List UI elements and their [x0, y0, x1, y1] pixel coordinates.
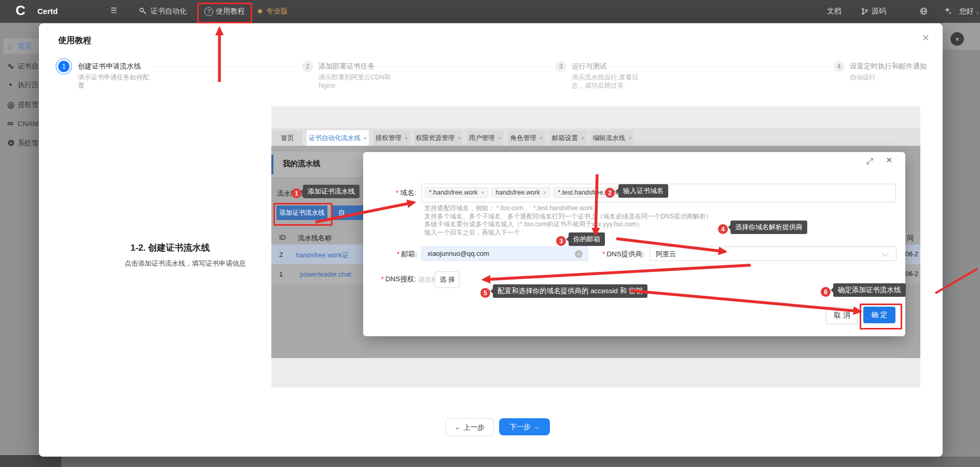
- cell-id: 2: [279, 251, 283, 258]
- shot-tab-roles: 角色管理×: [508, 130, 545, 146]
- tab-close-icon: ×: [364, 135, 367, 141]
- globe-icon: [920, 7, 928, 17]
- nav-item-docs: 文档: [827, 7, 841, 16]
- key-icon: [139, 7, 147, 17]
- clear-input-icon: ×: [575, 250, 583, 258]
- choose-button: 选 择: [435, 271, 460, 288]
- highlight-box-add-button: [273, 203, 333, 226]
- email-label: *邮箱:: [372, 250, 417, 259]
- annotation-badge-4: 4: [718, 224, 728, 234]
- domain-help-text: 支持通配符域名，例如： *.foo.com 、 *.test.handsfree…: [424, 204, 712, 237]
- nav-item-source: 源码: [872, 7, 886, 16]
- time-cell: 06-2: [905, 251, 918, 258]
- tutorial-step-caption: 点击添加证书流水线，填写证书申请信息: [125, 259, 246, 268]
- cancel-button: 取 消: [826, 307, 858, 324]
- annotation-tooltip-5: 配置和选择你的域名提供商的 accessid 和 密钥: [493, 284, 647, 298]
- home-icon: ⌂: [7, 42, 16, 51]
- step-3-number: 3: [555, 61, 567, 72]
- time-col-header: 间: [907, 233, 914, 243]
- user-greeting: 您好，admin: [959, 7, 980, 16]
- pipeline-link: handsfree.work证: [296, 251, 364, 260]
- tutorial-step-heading: 1-2. 创建证书流水线: [118, 242, 222, 254]
- step-2-title: 添加部署证书任务: [319, 62, 375, 71]
- shot-panel-title: 我的流水线: [283, 159, 321, 169]
- annotation-badge-1: 1: [292, 188, 301, 198]
- nav-item-pro: 专业版: [266, 7, 288, 16]
- step-4-desc: 自动运行: [850, 73, 876, 81]
- fullscreen-icon: ⤢: [866, 157, 873, 166]
- step-4-number: 4: [833, 61, 845, 72]
- shot-panel-accent-bar: [271, 155, 273, 174]
- dns-auth-label: *DNS授权:: [371, 274, 416, 284]
- col-name: 流水线名称: [298, 233, 332, 243]
- sidebar-collapse-icon: ☰: [111, 6, 117, 15]
- annotation-tooltip-1: 添加证书流水线: [303, 185, 360, 198]
- sidebar-item-cert: ∿证书自: [7, 61, 39, 71]
- email-value: xiaojunnuo@qq.com: [427, 250, 489, 257]
- link-icon: ∞: [7, 119, 16, 128]
- step-2-number: 2: [302, 61, 313, 72]
- gear-icon: ⚙: [7, 138, 16, 148]
- step-2-desc: 演示部署到阿里云CDN和Nginx: [319, 73, 397, 90]
- annotation-tooltip-6: 确定添加证书流水线: [833, 283, 906, 297]
- page-bottom-corner: [0, 455, 61, 467]
- step-1-desc: 演示证书申请任务如何配置: [78, 73, 150, 90]
- shot-tab-home: 首页: [272, 130, 302, 146]
- time-cell: 06-2: [905, 270, 918, 278]
- annotation-badge-3: 3: [556, 236, 566, 246]
- step-1-title: 创建证书申请流水线: [78, 62, 141, 71]
- sidebar-item-auth: ◎授权管: [7, 100, 39, 109]
- prev-step-button[interactable]: ← 上一步: [445, 418, 494, 436]
- target-icon: ◎: [7, 100, 16, 109]
- sidebar-item-system: ⚙系统管: [7, 138, 39, 148]
- cell-id: 1: [279, 270, 283, 278]
- annotation-badge-2: 2: [605, 188, 615, 198]
- annotation-tooltip-4: 选择你域名解析提供商: [730, 221, 807, 234]
- annotation-badge-6: 6: [821, 287, 831, 297]
- dns-provider-value: 阿里云: [656, 250, 676, 259]
- divider: [271, 177, 365, 178]
- annotation-tooltip-2: 输入证书域名: [618, 184, 668, 198]
- sidebar-item-history: ◔执行历: [7, 80, 39, 90]
- certd-logo-icon: C: [16, 3, 25, 19]
- shot-tab-pipelines: 证书自动化流水线×: [307, 130, 369, 146]
- tag-close-icon: ×: [481, 189, 484, 196]
- git-branch-icon: [861, 8, 868, 17]
- step-3-title: 运行与测试: [572, 62, 607, 71]
- dialog-close-icon: ×: [886, 154, 892, 166]
- add-pipeline-dialog: [363, 152, 905, 336]
- step-1-number: 1: [58, 61, 70, 72]
- domain-tag: handsfree.work×: [491, 187, 550, 198]
- gem-icon: ◆: [257, 7, 263, 15]
- step-3-desc: 演示流水线运行,查看日志，成功后跳过等: [572, 73, 648, 90]
- chart-icon: ∿: [7, 61, 16, 71]
- close-all-tabs-icon: ×: [950, 32, 964, 46]
- step-connector: [375, 66, 551, 67]
- step-4-title: 设置定时执行和邮件通知: [850, 62, 927, 71]
- modal-title: 使用教程: [58, 35, 91, 46]
- app-root: C Certd ☰ 证书自动化 ? 使用教程 ◆ 专业版 文档 源码 您好，ad…: [0, 0, 980, 467]
- domain-label: *域名:: [375, 188, 416, 198]
- annotation-tooltip-3: 你的邮箱: [569, 232, 605, 246]
- sidebar-item-cname: ∞CNAME: [7, 119, 43, 128]
- step-connector: [151, 66, 297, 67]
- brand-name: Certd: [37, 7, 58, 16]
- modal-close-icon[interactable]: ×: [922, 31, 929, 45]
- shot-tab-users: 用户管理×: [466, 130, 504, 146]
- domain-tags: *.handsfree.work× handsfree.work× *.test…: [425, 187, 629, 198]
- sidebar-item-home: ⌂ 首页: [3, 38, 39, 54]
- step-connector: [610, 66, 829, 67]
- shot-tab-mail: 邮箱设置×: [549, 130, 587, 146]
- tag-close-icon: ×: [543, 189, 546, 196]
- sparkles-icon: [944, 7, 952, 17]
- pipeline-link: powerleader.chat: [300, 270, 364, 278]
- next-step-button[interactable]: 下一步 →: [499, 418, 550, 435]
- shot-tab-auth: 授权管理×: [373, 130, 410, 146]
- highlight-box-tutorial: [197, 3, 252, 23]
- dns-provider-select: [650, 246, 896, 261]
- shot-tab-edit: 编辑流水线×: [591, 130, 633, 146]
- col-id: ID: [279, 233, 286, 241]
- domain-tag: *.handsfree.work×: [425, 187, 488, 198]
- highlight-box-ok-button: [860, 304, 902, 329]
- shot-bottom-band: [271, 358, 920, 388]
